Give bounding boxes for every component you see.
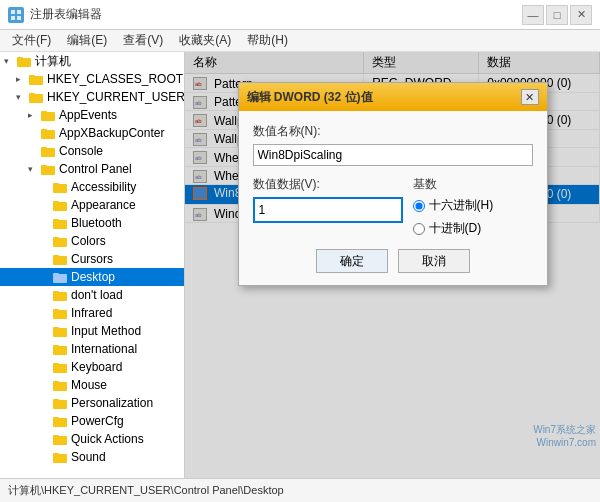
tree-item-label: Mouse [71, 378, 107, 392]
svg-rect-43 [53, 399, 59, 402]
tree-item-console[interactable]: Console [0, 142, 184, 160]
svg-rect-45 [53, 417, 59, 420]
tree-item-label: Personalization [71, 396, 153, 410]
tree-item-appearance[interactable]: Appearance [0, 196, 184, 214]
expand-icon: ▸ [16, 74, 28, 84]
menu-item[interactable]: 帮助(H) [239, 30, 296, 51]
confirm-button[interactable]: 确定 [316, 249, 388, 273]
dec-radio-row[interactable]: 十进制(D) [413, 220, 494, 237]
tree-item-computer[interactable]: ▾ 计算机 [0, 52, 184, 70]
tree-item-label: HKEY_CLASSES_ROOT [47, 72, 183, 86]
folder-icon [52, 324, 68, 338]
svg-rect-37 [53, 345, 59, 348]
expand-icon: ▾ [4, 56, 16, 66]
svg-rect-9 [29, 93, 35, 96]
tree-item-international[interactable]: International [0, 340, 184, 358]
svg-rect-19 [53, 183, 59, 186]
maximize-button[interactable]: □ [546, 5, 568, 25]
tree-item-classes_root[interactable]: ▸ HKEY_CLASSES_ROOT [0, 70, 184, 88]
data-row: 数值数据(V): 基数 十六进制(H) [253, 176, 533, 237]
close-button[interactable]: ✕ [570, 5, 592, 25]
tree-item-label: Control Panel [59, 162, 132, 176]
tree-item-label: Bluetooth [71, 216, 122, 230]
expand-icon: ▾ [28, 164, 40, 174]
status-path: 计算机\HKEY_CURRENT_USER\Control Panel\Desk… [8, 483, 284, 498]
tree-item-dontload[interactable]: don't load [0, 286, 184, 304]
svg-rect-29 [53, 273, 59, 276]
title-bar: 注册表编辑器 — □ ✕ [0, 0, 600, 30]
menu-item[interactable]: 编辑(E) [59, 30, 115, 51]
folder-icon [52, 360, 68, 374]
name-input[interactable] [253, 144, 533, 166]
tree-item-label: AppEvents [59, 108, 117, 122]
hex-radio[interactable] [413, 200, 425, 212]
tree-item-label: International [71, 342, 137, 356]
tree-panel: ▾ 计算机▸ HKEY_CLASSES_ROOT▾ HKEY_CURRENT_U… [0, 52, 185, 478]
tree-item-keyboard[interactable]: Keyboard [0, 358, 184, 376]
cancel-button[interactable]: 取消 [398, 249, 470, 273]
tree-item-bluetooth[interactable]: Bluetooth [0, 214, 184, 232]
folder-icon [52, 216, 68, 230]
folder-icon [52, 414, 68, 428]
svg-rect-35 [53, 327, 59, 330]
modal-buttons: 确定 取消 [253, 249, 533, 273]
folder-icon [52, 378, 68, 392]
tree-item-colors[interactable]: Colors [0, 232, 184, 250]
expand-icon: ▾ [16, 92, 28, 102]
tree-item-appxbackup[interactable]: AppXBackupConter [0, 124, 184, 142]
window-title: 注册表编辑器 [30, 6, 102, 23]
folder-icon [52, 450, 68, 464]
tree-item-inputmethod[interactable]: Input Method [0, 322, 184, 340]
expand-icon: ▸ [28, 110, 40, 120]
tree-item-current_user[interactable]: ▾ HKEY_CURRENT_USER [0, 88, 184, 106]
tree-item-label: HKEY_CURRENT_USER [47, 90, 184, 104]
tree-item-infrared[interactable]: Infrared [0, 304, 184, 322]
tree-item-cursors[interactable]: Cursors [0, 250, 184, 268]
folder-icon [40, 126, 56, 140]
data-left: 数值数据(V): [253, 176, 403, 223]
minimize-button[interactable]: — [522, 5, 544, 25]
tree-item-appevents[interactable]: ▸ AppEvents [0, 106, 184, 124]
modal-close-button[interactable]: ✕ [521, 89, 539, 105]
tree-item-mouse[interactable]: Mouse [0, 376, 184, 394]
content-panel: 名称 类型 数据 abPattern REG_DWORD0x00000000 (… [185, 52, 600, 478]
data-input[interactable] [253, 197, 403, 223]
main-area: ▾ 计算机▸ HKEY_CLASSES_ROOT▾ HKEY_CURRENT_U… [0, 52, 600, 478]
tree-item-label: Cursors [71, 252, 113, 266]
folder-icon [40, 108, 56, 122]
tree-item-control_panel[interactable]: ▾ Control Panel [0, 160, 184, 178]
tree-item-personalization[interactable]: Personalization [0, 394, 184, 412]
hex-radio-row[interactable]: 十六进制(H) [413, 197, 494, 214]
folder-icon [40, 162, 56, 176]
menu-bar: 文件(F)编辑(E)查看(V)收藏夹(A)帮助(H) [0, 30, 600, 52]
tree-item-powercfg[interactable]: PowerCfg [0, 412, 184, 430]
tree-item-accessibility[interactable]: Accessibility [0, 178, 184, 196]
modal-title-bar: 编辑 DWORD (32 位)值 ✕ [239, 83, 547, 111]
folder-icon [52, 432, 68, 446]
tree-item-desktop[interactable]: Desktop [0, 268, 184, 286]
menu-item[interactable]: 查看(V) [115, 30, 171, 51]
title-bar-left: 注册表编辑器 [8, 6, 102, 23]
svg-rect-13 [41, 129, 47, 132]
svg-rect-49 [53, 453, 59, 456]
svg-rect-31 [53, 291, 59, 294]
base-section: 基数 十六进制(H) 十进制(D) [413, 176, 494, 237]
menu-item[interactable]: 收藏夹(A) [171, 30, 239, 51]
tree-item-label: Infrared [71, 306, 112, 320]
tree-item-label: Quick Actions [71, 432, 144, 446]
dec-radio[interactable] [413, 223, 425, 235]
folder-icon [52, 306, 68, 320]
svg-rect-5 [17, 57, 23, 60]
folder-icon [52, 234, 68, 248]
modal-body: 数值名称(N): 数值数据(V): 基数 [239, 111, 547, 285]
data-label: 数值数据(V): [253, 176, 403, 193]
app-icon [8, 7, 24, 23]
svg-rect-0 [11, 10, 15, 14]
svg-rect-47 [53, 435, 59, 438]
tree-item-label: Keyboard [71, 360, 122, 374]
tree-item-quickactions[interactable]: Quick Actions [0, 430, 184, 448]
menu-item[interactable]: 文件(F) [4, 30, 59, 51]
svg-rect-23 [53, 219, 59, 222]
tree-item-sound[interactable]: Sound [0, 448, 184, 466]
svg-rect-3 [17, 16, 21, 20]
